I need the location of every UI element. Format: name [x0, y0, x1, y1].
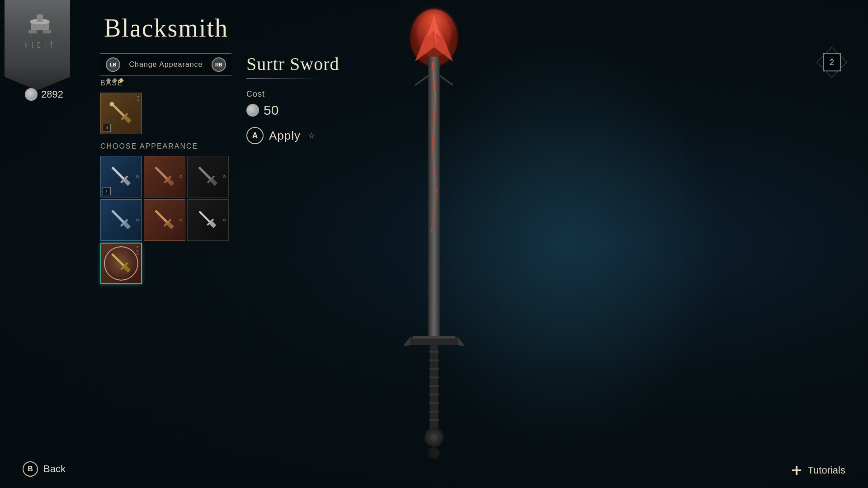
main-sword-display — [384, 5, 484, 479]
svg-rect-55 — [429, 411, 439, 413]
item-dot-5 — [179, 219, 182, 221]
svg-line-42 — [440, 76, 453, 85]
a-button-badge[interactable]: A — [246, 127, 264, 144]
appearance-item-6[interactable] — [187, 199, 229, 241]
svg-rect-50 — [429, 368, 439, 370]
base-item-dots — [137, 96, 139, 101]
cost-row: 50 — [246, 103, 339, 118]
svg-marker-46 — [458, 337, 465, 346]
appearance-item-3[interactable] — [187, 156, 229, 197]
svg-rect-53 — [429, 394, 439, 395]
info-panel: Surtr Sword Cost 50 A Apply ☆ — [246, 53, 339, 144]
cost-section: Cost 50 — [246, 89, 339, 118]
rb-button[interactable]: RB — [212, 57, 226, 72]
svg-rect-56 — [429, 419, 439, 421]
svg-rect-5 — [37, 14, 43, 22]
svg-rect-48 — [429, 351, 439, 353]
svg-rect-44 — [413, 336, 456, 338]
appearance-item-1[interactable]: I — [100, 156, 142, 197]
change-appearance-bar[interactable]: LB Change Appearance RB — [100, 53, 231, 82]
svg-point-59 — [430, 433, 438, 441]
base-item[interactable]: II — [100, 93, 142, 134]
svg-rect-51 — [429, 376, 439, 378]
left-panel: Base II Choose Appearan — [100, 79, 241, 284]
choose-appearance-label: Choose Appearance — [100, 142, 241, 150]
item-dot-3 — [223, 175, 226, 178]
currency-amount: 2892 — [41, 89, 63, 100]
lb-button[interactable]: LB — [106, 57, 120, 72]
apply-label: Apply — [269, 129, 301, 143]
apply-button[interactable]: A Apply ☆ — [246, 127, 339, 144]
svg-point-61 — [417, 14, 451, 57]
base-item-badge: II — [103, 124, 111, 132]
svg-line-41 — [415, 76, 428, 85]
svg-marker-45 — [403, 337, 410, 346]
svg-rect-52 — [429, 385, 439, 387]
counter-badge: 2 — [823, 53, 841, 71]
star-icon: ☆ — [308, 131, 315, 141]
cost-coin-icon — [246, 104, 259, 117]
svg-rect-36 — [428, 57, 439, 342]
item-dot-6 — [223, 219, 226, 221]
svg-rect-47 — [430, 345, 439, 431]
appearance-item-2[interactable] — [144, 156, 185, 197]
coin-icon — [25, 88, 38, 101]
rune-inscription: ᚺᛁᛈᛁᛏ — [24, 41, 56, 49]
appearance-item-4[interactable] — [100, 199, 142, 241]
item-badge-1: I — [103, 187, 111, 195]
appearance-item-7-selected[interactable] — [100, 243, 142, 284]
choose-appearance-section: Choose Appearance I — [100, 142, 241, 284]
tutorials-label: Tutorials — [807, 465, 845, 476]
currency-display: 2892 — [25, 88, 63, 101]
item-dot-1 — [136, 175, 139, 178]
svg-rect-3 — [43, 30, 51, 33]
title-divider — [246, 78, 339, 79]
tutorials-button[interactable]: Tutorials — [790, 464, 845, 477]
weapon-title: Surtr Sword — [246, 53, 339, 75]
bottom-navigation: B Back — [23, 461, 66, 477]
svg-rect-63 — [792, 469, 801, 471]
svg-rect-54 — [429, 402, 439, 404]
back-label: Back — [43, 463, 66, 475]
svg-rect-49 — [429, 359, 439, 361]
base-section: Base II — [100, 79, 241, 134]
page-title: Blacksmith — [104, 14, 228, 42]
base-label: Base — [100, 79, 241, 87]
svg-point-60 — [428, 447, 439, 459]
item-dot-4 — [136, 219, 139, 221]
svg-rect-2 — [28, 30, 37, 33]
cost-amount: 50 — [264, 103, 278, 118]
banner: ᚺᛁᛈᛁᛏ — [0, 0, 79, 99]
b-button-badge[interactable]: B — [23, 461, 38, 477]
item-dot-2 — [179, 175, 182, 178]
blacksmith-icon: ᚺᛁᛈᛁᛏ — [24, 9, 56, 49]
cost-label: Cost — [246, 89, 339, 99]
change-appearance-label: Change Appearance — [129, 61, 203, 69]
appearance-item-5[interactable] — [144, 199, 185, 241]
tutorials-icon — [790, 464, 803, 477]
appearance-grid: I — [100, 156, 241, 284]
